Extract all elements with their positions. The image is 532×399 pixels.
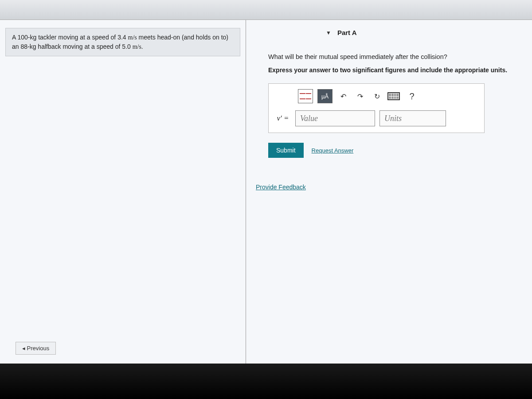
request-answer-link[interactable]: Request Answer [312,147,354,154]
problem-text-3: . [141,43,143,50]
main-area: A 100-kg tackler moving at a speed of 3.… [0,20,532,364]
unit-2: m/s [133,43,141,50]
units-input[interactable] [379,110,446,126]
keyboard-button[interactable] [387,89,400,103]
part-header: ▼ Part A [326,29,519,36]
value-input[interactable] [295,110,375,126]
help-button[interactable]: ? [404,89,419,103]
instruction-text: Express your answer to two significant f… [268,66,519,74]
left-panel: A 100-kg tackler moving at a speed of 3.… [0,20,246,364]
previous-button[interactable]: ◂ Previous [16,342,56,355]
reset-button[interactable]: ↻ [371,89,383,103]
collapse-triangle-icon[interactable]: ▼ [326,30,331,36]
part-title: Part A [337,29,357,36]
question-text: What will be their mutual speed immediat… [268,53,519,60]
problem-text-1: A 100-kg tackler moving at a speed of 3.… [12,34,128,41]
undo-button[interactable]: ↶ [337,89,349,103]
redo-button[interactable]: ↷ [354,89,366,103]
laptop-bezel [0,364,532,399]
problem-statement: A 100-kg tackler moving at a speed of 3.… [5,28,240,56]
variable-label: v′ = [275,114,291,123]
answer-input-row: v′ = [275,110,478,126]
submit-row: Submit Request Answer [268,143,519,158]
answer-box: µÅ ↶ ↷ ↻ ? v′ = [268,83,485,133]
template-button[interactable] [298,89,313,103]
unit-1: m/s [128,34,137,41]
provide-feedback-link[interactable]: Provide Feedback [256,184,306,191]
equation-toolbar: µÅ ↶ ↷ ↻ ? [275,89,478,103]
keyboard-icon [387,92,400,100]
right-panel: ▼ Part A What will be their mutual speed… [246,20,532,364]
submit-button[interactable]: Submit [268,143,304,158]
special-chars-button[interactable]: µÅ [317,89,332,103]
window-topbar [0,0,532,20]
